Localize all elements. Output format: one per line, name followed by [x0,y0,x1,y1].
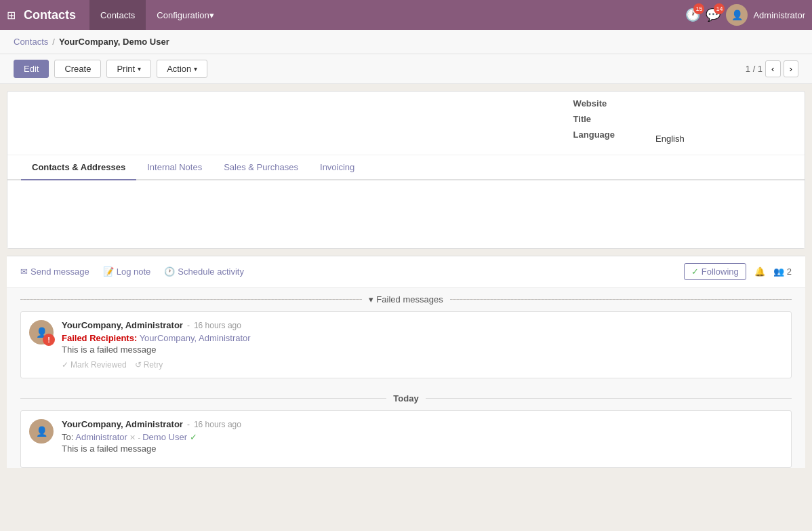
failed-msg-time: - [187,321,190,330]
user-avatar[interactable]: 👤 [726,4,748,26]
pagination-info: 1 / 1 [746,64,763,74]
website-field: Website [573,98,615,109]
today-line-left [20,398,386,399]
following-button[interactable]: ✓ Following [684,263,746,280]
avatar-img: 👤 [726,4,748,26]
failed-recipients-line: Failed Recipients: YourCompany, Administ… [62,333,783,343]
tab-sales-purchases[interactable]: Sales & Purchases [213,155,309,180]
create-button[interactable]: Create [54,60,101,78]
send-message-button[interactable]: ✉ Send message [20,267,89,277]
failed-recipients-users: YourCompany, Administrator [140,333,251,343]
title-label: Title [573,114,615,124]
failed-msg-header: YourCompany, Administrator - 16 hours ag… [62,320,783,330]
today-message-card: 👤 YourCompany, Administrator - 16 hours … [20,410,792,468]
breadcrumb-current: YourCompany, Demo User [59,37,169,47]
pagination: 1 / 1 ‹ › [746,60,798,77]
failed-caret: ▾ [369,294,373,304]
today-msg-time: - [187,420,190,429]
check-small-icon: ✓ [62,360,68,370]
error-badge: ! [43,334,55,346]
nav-configuration[interactable]: Configuration ▾ [146,0,224,30]
send-icon: ✉ [20,267,28,277]
today-msg-body: YourCompany, Administrator - 16 hours ag… [62,419,783,459]
action-bar: Edit Create Print ▾ Action ▾ 1 / 1 ‹ › [0,54,812,84]
note-icon: 📝 [103,267,114,277]
title-value [655,116,791,128]
today-msg-avatar: 👤 [29,419,54,444]
notifications-badge: 15 [693,3,704,14]
to-label: To: [62,432,73,442]
tab-contacts-addresses[interactable]: Contacts & Addresses [21,155,136,180]
username-label[interactable]: Administrator [753,10,805,20]
notifications-btn[interactable]: 🕐 15 [685,7,700,22]
log-note-button[interactable]: 📝 Log note [103,267,151,277]
print-caret: ▾ [138,65,141,73]
tab-content [7,180,805,248]
failed-recipients-label: Failed Recipients: [62,333,137,343]
to-user2[interactable]: Demo User [142,432,187,442]
language-value: English [655,134,791,144]
action-caret: ▾ [194,65,197,73]
today-msg-header: YourCompany, Administrator - 16 hours ag… [62,419,783,429]
nav-contacts[interactable]: Contacts [89,0,146,30]
failed-msg-time-val: 16 hours ago [194,321,241,330]
navbar-right: 🕐 15 💬 14 👤 Administrator [685,4,805,26]
chatter-area: ✉ Send message 📝 Log note 🕐 Schedule act… [7,256,805,468]
tab-invoicing[interactable]: Invoicing [309,155,365,180]
failed-msg-text: This is a failed message [62,345,783,355]
failed-messages-label[interactable]: ▾ Failed messages [369,294,443,304]
divider-line-right [450,299,792,300]
breadcrumb-parent[interactable]: Contacts [14,37,48,47]
failed-msg-body: YourCompany, Administrator - 16 hours ag… [62,320,783,370]
schedule-activity-button[interactable]: 🕐 Schedule activity [164,267,244,277]
content-area: Website Title Language English Contacts … [7,91,805,249]
followers-icon: 👥 [773,267,784,277]
today-msg-author: YourCompany, Administrator [62,419,183,429]
today-line-right [426,398,792,399]
next-page-button[interactable]: › [784,60,798,77]
messages-btn[interactable]: 💬 14 [706,7,720,22]
check-icon: ✓ [691,267,699,277]
today-divider: Today [7,387,805,410]
today-msg-time-val: 16 hours ago [194,420,241,429]
mark-reviewed-button[interactable]: ✓ Mark Reviewed [62,360,127,370]
title-field: Title [573,114,615,124]
chatter-right: ✓ Following 🔔 👥 2 [684,263,792,280]
messages-badge: 14 [714,3,725,14]
language-label: Language [573,130,615,140]
bell-icon[interactable]: 🔔 [754,267,765,277]
print-button[interactable]: Print ▾ [106,60,151,78]
app-brand: Contacts [24,8,76,22]
tab-internal-notes[interactable]: Internal Notes [136,155,213,180]
to-user1[interactable]: Administrator [75,432,127,442]
navbar-menu: Contacts Configuration ▾ [89,0,685,30]
breadcrumb-separator: / [52,37,55,47]
action-button[interactable]: Action ▾ [157,60,207,78]
failed-message-card: 👤 ! YourCompany, Administrator - 16 hour… [20,311,792,378]
retry-button[interactable]: ↺ Retry [135,360,163,370]
prev-page-button[interactable]: ‹ [765,60,780,77]
divider-line-left [20,299,362,300]
tabs: Contacts & Addresses Internal Notes Sale… [7,155,805,180]
edit-button[interactable]: Edit [14,60,49,78]
failed-msg-avatar-wrapper: 👤 ! [29,320,54,345]
today-label: Today [393,393,418,404]
today-msg-to: To: Administrator ✕ - Demo User ✓ [62,432,783,442]
navbar: ⊞ Contacts Contacts Configuration ▾ 🕐 15… [0,0,812,30]
breadcrumb: Contacts / YourCompany, Demo User [0,30,812,54]
header-fields: Website Title Language English [7,92,805,155]
clock-activity-icon: 🕐 [164,267,175,277]
retry-icon: ↺ [135,360,142,370]
failed-msg-author: YourCompany, Administrator [62,320,183,330]
followers-count: 👥 2 [773,267,792,277]
language-field: Language [573,130,615,140]
today-admin-avatar-icon: 👤 [36,426,47,437]
failed-messages-divider: ▾ Failed messages [7,288,805,311]
nav-config-caret: ▾ [209,10,214,20]
grid-icon[interactable]: ⊞ [7,9,16,22]
to-separator: ✕ - [129,433,142,441]
website-value [655,98,791,111]
to-check-icon: ✓ [190,432,197,442]
today-msg-text: This is a failed message [62,444,783,454]
chatter-actions: ✉ Send message 📝 Log note 🕐 Schedule act… [7,256,805,288]
